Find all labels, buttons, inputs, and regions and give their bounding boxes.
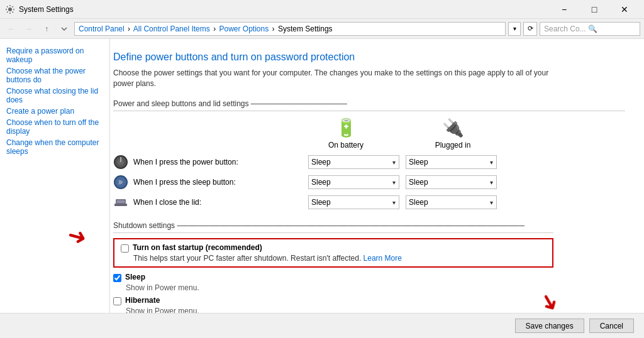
lid-plugged-select-wrapper: Do nothing Sleep Hibernate Shut down <box>406 195 497 209</box>
lid-row: When I close the lid: Do nothing Sleep H… <box>113 195 625 210</box>
refresh-button[interactable]: ⟳ <box>523 22 537 36</box>
lid-row-label: When I close the lid: <box>133 198 201 207</box>
power-sleep-section: Power and sleep buttons and lid settings… <box>113 99 625 215</box>
minimize-button[interactable]: − <box>550 0 579 19</box>
learn-more-link[interactable]: Learn More <box>364 254 402 263</box>
address-field[interactable]: Control Panel › All Control Panel Items … <box>74 22 506 36</box>
power-battery-select[interactable]: Do nothing Sleep Hibernate Shut down <box>308 155 399 169</box>
sleep-setting: Sleep Show in Power menu. <box>113 273 553 292</box>
sidebar-link-power-buttons[interactable]: Choose what the power buttons do <box>6 65 103 85</box>
svg-rect-7 <box>117 200 125 203</box>
sleep-button-row: When I press the sleep button: Do nothin… <box>113 175 625 190</box>
lid-plugged-select[interactable]: Do nothing Sleep Hibernate Shut down <box>406 195 497 209</box>
all-control-panel-link[interactable]: All Control Panel Items <box>133 25 210 33</box>
hibernate-setting: Hibernate Show in Power menu. <box>113 296 553 315</box>
search-box[interactable]: Search Co... 🔍 <box>540 22 640 36</box>
sleep-battery-select-wrapper: Do nothing Sleep Hibernate Shut down <box>308 175 399 189</box>
shutdown-title: Shutdown settings ──────────────────────… <box>113 221 553 233</box>
sidebar-link-create-plan[interactable]: Create a power plan <box>6 106 103 117</box>
svg-point-0 <box>8 8 12 11</box>
address-dropdown[interactable]: ▾ <box>508 22 521 36</box>
fast-startup-box: Turn on fast startup (recommended) This … <box>113 238 553 268</box>
cancel-button[interactable]: Cancel <box>589 319 634 333</box>
settings-icon <box>5 4 15 14</box>
page-title: Define power buttons and turn on passwor… <box>113 52 625 63</box>
sidebar: Require a password on wakeup Choose what… <box>0 39 110 338</box>
bottom-bar: Save changes Cancel <box>0 313 644 338</box>
power-button-selects: Do nothing Sleep Hibernate Shut down Do … <box>308 155 497 169</box>
sleep-sub-label: Show in Power menu. <box>126 283 553 292</box>
sidebar-link-sleep[interactable]: Change when the computer sleeps <box>6 137 103 157</box>
power-button-row-label: When I press the power button: <box>133 158 238 166</box>
svg-rect-5 <box>114 204 127 206</box>
sleep-checkbox[interactable] <box>113 274 121 282</box>
lid-battery-select[interactable]: Do nothing Sleep Hibernate Shut down <box>308 195 399 209</box>
sleep-button-selects: Do nothing Sleep Hibernate Shut down Do … <box>308 175 497 189</box>
current-page-crumb: System Settings <box>278 25 333 33</box>
sleep-button-icon <box>113 175 128 190</box>
control-panel-link[interactable]: Control Panel <box>79 25 125 33</box>
power-button-label: When I press the power button: <box>113 155 302 170</box>
page-description: Choose the power settings that you want … <box>113 68 553 89</box>
up-button[interactable]: ↑ <box>39 21 54 36</box>
sidebar-link-lid[interactable]: Choose what closing the lid does <box>6 85 103 106</box>
sleep-button-label: When I press the sleep button: <box>113 175 302 190</box>
sleep-plugged-select-wrapper: Do nothing Sleep Hibernate Shut down <box>406 175 497 189</box>
hibernate-checkbox-row: Hibernate <box>113 296 553 305</box>
battery-icon: 🔋 <box>335 117 357 138</box>
fast-startup-description: This helps start your PC faster after sh… <box>133 254 546 263</box>
title-bar-controls: − □ ✕ <box>550 0 639 19</box>
plug-icon: 🔌 <box>442 117 464 138</box>
sleep-plugged-select[interactable]: Do nothing Sleep Hibernate Shut down <box>406 175 497 189</box>
forward-button[interactable]: → <box>21 21 36 36</box>
fast-startup-checkbox[interactable] <box>121 244 129 253</box>
lid-label: When I close the lid: <box>113 195 302 210</box>
sleep-checkbox-label[interactable]: Sleep <box>125 273 145 281</box>
lid-battery-select-wrapper: Do nothing Sleep Hibernate Shut down <box>308 195 399 209</box>
power-battery-select-wrapper: Do nothing Sleep Hibernate Shut down <box>308 155 399 169</box>
plugged-column-header: 🔌 Plugged in <box>402 117 503 150</box>
sleep-battery-select[interactable]: Do nothing Sleep Hibernate Shut down <box>308 175 399 189</box>
sleep-checkbox-row: Sleep <box>113 273 553 282</box>
sleep-button-row-label: When I press the sleep button: <box>133 178 236 187</box>
back-button[interactable]: ← <box>4 21 19 36</box>
power-plugged-select-wrapper: Do nothing Sleep Hibernate Shut down <box>406 155 497 169</box>
column-headers: 🔋 On battery 🔌 Plugged in <box>296 117 625 150</box>
close-button[interactable]: ✕ <box>610 0 639 19</box>
search-placeholder: Search Co... 🔍 <box>544 25 597 33</box>
save-changes-button[interactable]: Save changes <box>515 319 584 333</box>
sidebar-link-password[interactable]: Require a password on wakeup <box>6 45 103 65</box>
battery-column-header: 🔋 On battery <box>296 117 396 150</box>
address-bar: ← → ↑ Control Panel › All Control Panel … <box>0 19 644 39</box>
maximize-button[interactable]: □ <box>580 0 609 19</box>
title-bar: System Settings − □ ✕ <box>0 0 644 19</box>
section1-title: Power and sleep buttons and lid settings… <box>113 99 625 111</box>
power-plugged-select[interactable]: Do nothing Sleep Hibernate Shut down <box>406 155 497 169</box>
power-button-icon <box>113 155 128 170</box>
lid-icon <box>113 195 128 210</box>
hibernate-checkbox[interactable] <box>113 297 121 305</box>
window-title: System Settings <box>19 5 74 14</box>
battery-label: On battery <box>328 141 364 150</box>
fast-startup-label[interactable]: Turn on fast startup (recommended) <box>133 243 262 252</box>
plugged-label: Plugged in <box>435 141 471 150</box>
power-options-link[interactable]: Power Options <box>219 25 269 33</box>
title-bar-left: System Settings <box>5 4 74 14</box>
hibernate-checkbox-label[interactable]: Hibernate <box>125 296 160 305</box>
recent-locations-button[interactable] <box>57 21 72 36</box>
sidebar-link-display[interactable]: Choose when to turn off the display <box>6 117 103 137</box>
fast-startup-row: Turn on fast startup (recommended) <box>121 243 546 253</box>
power-button-row: When I press the power button: Do nothin… <box>113 155 625 170</box>
breadcrumb-part1: Control Panel › All Control Panel Items … <box>79 25 333 33</box>
lid-selects: Do nothing Sleep Hibernate Shut down Do … <box>308 195 497 209</box>
